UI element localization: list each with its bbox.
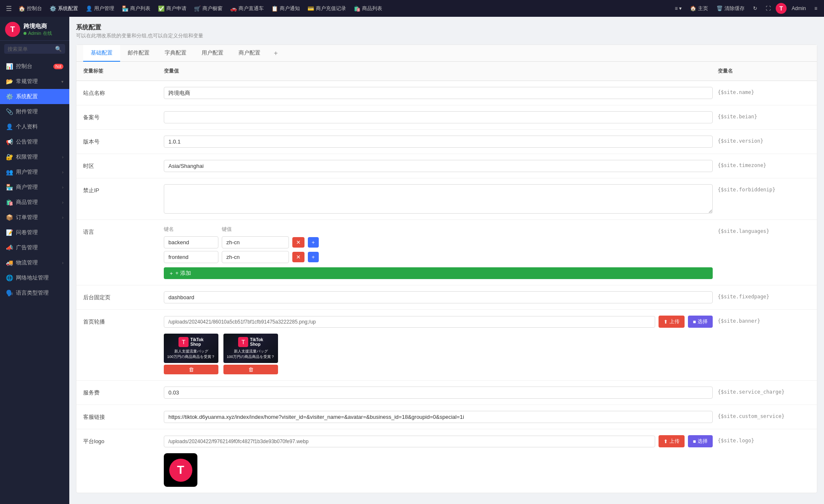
service-charge-input[interactable] <box>164 386 713 399</box>
upload-icon: ⬆ <box>664 319 668 325</box>
timezone-input[interactable] <box>164 160 713 172</box>
tab-basic[interactable]: 基础配置 <box>83 45 120 62</box>
banner-delete-1-button[interactable]: 🗑 <box>164 365 218 374</box>
topnav-item-shop[interactable]: 🛒 商户橱窗 <box>191 3 226 14</box>
hot-badge: hot <box>53 64 63 69</box>
sidebar-item-language[interactable]: 🗣️ 语言类型管理 <box>0 285 69 300</box>
tab-add-button[interactable]: + <box>268 45 283 61</box>
ads-icon: 📣 <box>6 244 13 251</box>
fixedpage-input[interactable] <box>164 291 713 303</box>
chevron-right-icon: › <box>62 155 63 159</box>
sidebar-item-attachments[interactable]: 📎 附件管理 <box>0 104 69 119</box>
banner-delete-2-button[interactable]: 🗑 <box>223 365 278 374</box>
lang-delete-backend-button[interactable]: ✕ <box>292 237 304 248</box>
banner-image-1: T TikTokShop 新人支援流量バッグ100万円の商品商品を受賞？ 🗑 <box>164 334 218 374</box>
search-input[interactable] <box>8 46 52 52</box>
sidebar-item-general[interactable]: 📂 常规管理 ▾ <box>0 74 69 89</box>
topnav-item-merchants[interactable]: 🏪 商户列表 <box>118 3 154 14</box>
tab-merchant[interactable]: 商户配置 <box>231 45 268 62</box>
sidebar-item-label: 常规管理 <box>16 78 58 85</box>
select-icon: ■ <box>693 439 696 444</box>
admin-avatar[interactable]: T <box>776 3 787 14</box>
banner-image-2: T TikTokShop 新人支援流量バッグ100万円の商品商品を受賞？ 🗑 <box>223 334 278 374</box>
network-icon: 🌐 <box>6 274 13 281</box>
tab-user[interactable]: 用户配置 <box>194 45 231 62</box>
lang-add-new-button[interactable]: + + 添加 <box>164 267 713 279</box>
sidebar-username: Admin <box>28 31 41 36</box>
sidebar-item-users[interactable]: 👥 用户管理 › <box>0 165 69 180</box>
topnav-item-direct[interactable]: 🚗 商户直通车 <box>227 3 267 14</box>
row-label-site-name: 站点名称 <box>83 87 159 97</box>
custom-service-input[interactable] <box>164 411 713 423</box>
sidebar-item-logistics[interactable]: 🚚 物流管理 › <box>0 255 69 270</box>
lang-add-frontend-button[interactable]: + <box>308 252 319 262</box>
logo-select-button[interactable]: ■ 选择 <box>688 435 713 447</box>
lang-val-frontend[interactable] <box>222 251 289 263</box>
topnav-clear-cache-button[interactable]: 🗑️ 清除缓存 <box>713 3 748 14</box>
logo-upload-button[interactable]: ⬆ 上传 <box>659 435 685 447</box>
lang-key-frontend[interactable] <box>164 251 218 263</box>
row-varname-forbidip: {$site.forbiddenip} <box>718 184 810 193</box>
language-icon: 🗣️ <box>6 290 13 296</box>
search-button[interactable]: 🔍 <box>55 46 62 52</box>
sidebar-item-merchant-mgmt[interactable]: 🏪 商户管理 › <box>0 180 69 195</box>
row-label-timezone: 时区 <box>83 160 159 170</box>
banner-upload-button[interactable]: ⬆ 上传 <box>659 316 685 328</box>
topnav-item-dashboard[interactable]: 🏠 控制台 <box>15 3 45 14</box>
topnav-item-apply[interactable]: ✅ 商户申请 <box>155 3 190 14</box>
announcement-icon: 📢 <box>6 138 13 145</box>
topnav-refresh-button[interactable]: ↻ <box>750 4 761 13</box>
sidebar-item-product-mgmt[interactable]: 🛍️ 商品管理 › <box>0 195 69 210</box>
row-varname-language: {$site.languages} <box>718 226 810 234</box>
sidebar-search-box[interactable]: 🔍 <box>4 44 65 54</box>
topnav-item-users[interactable]: 👤 用户管理 <box>82 3 118 14</box>
sidebar-item-network[interactable]: 🌐 网络地址管理 <box>0 270 69 285</box>
sidebar-item-survey[interactable]: 📝 问卷管理 <box>0 225 69 240</box>
forbidip-textarea[interactable] <box>164 184 713 214</box>
site-name-input[interactable] <box>164 87 713 99</box>
sidebar-logo-icon: T <box>5 22 20 37</box>
tab-email[interactable]: 邮件配置 <box>120 45 157 62</box>
row-label-custom-service: 客服链接 <box>83 411 159 421</box>
sidebar-item-announcement[interactable]: 📢 公告管理 <box>0 134 69 149</box>
row-varname-site-name: {$site.name} <box>718 87 810 95</box>
sidebar-item-order-mgmt[interactable]: 📦 订单管理 › <box>0 210 69 225</box>
sidebar-item-sysconfig[interactable]: ⚙️ 系统配置 <box>0 89 69 104</box>
lang-val-backend[interactable] <box>222 236 289 248</box>
sidebar-item-ads[interactable]: 📣 广告管理 <box>0 240 69 255</box>
beian-input[interactable] <box>164 111 713 123</box>
banner-img-display-2: T TikTokShop 新人支援流量バッグ100万円の商品商品を受賞？ <box>223 334 278 363</box>
row-varname-fixedpage: {$site.fixedpage} <box>718 291 810 300</box>
topnav-home-link[interactable]: 🏠 主页 <box>687 3 711 14</box>
sidebar-logo: T 跨境电商 Admin 在线 <box>0 17 69 41</box>
lang-add-backend-button[interactable]: + <box>308 237 319 248</box>
table-row: 时区 {$site.timezone} <box>76 154 817 178</box>
tiktok-mini-logo-2: T <box>238 337 248 347</box>
banner-select-button[interactable]: ■ 选择 <box>688 316 713 328</box>
topnav-admin-menu[interactable]: ≡ <box>811 4 821 13</box>
lang-delete-frontend-button[interactable]: ✕ <box>292 252 304 262</box>
topnav-admin-label[interactable]: Admin <box>788 4 809 13</box>
hamburger-menu[interactable]: ☰ <box>3 3 14 14</box>
topnav-item-goods[interactable]: 🛍️ 商品列表 <box>350 3 386 14</box>
topnav-item-recharge[interactable]: 💳 商户充值记录 <box>304 3 349 14</box>
chevron-right-icon: › <box>62 261 63 265</box>
lang-key-backend[interactable] <box>164 236 218 248</box>
chevron-right-icon: › <box>62 185 63 190</box>
users-icon: 👥 <box>6 169 13 175</box>
topnav-item-sysconfig[interactable]: ⚙️ 系统配置 <box>46 3 81 14</box>
tab-dict[interactable]: 字典配置 <box>157 45 194 62</box>
sidebar-item-label: 语言类型管理 <box>16 289 63 297</box>
sidebar-item-label: 个人资料 <box>16 123 63 131</box>
topnav-more-button[interactable]: ≡ ▾ <box>672 4 685 13</box>
chevron-right-icon: › <box>62 200 63 205</box>
sidebar-item-profile[interactable]: 👤 个人资料 <box>0 119 69 134</box>
version-input[interactable] <box>164 136 713 148</box>
topnav-item-notify[interactable]: 📋 商户通知 <box>268 3 303 14</box>
merchants-icon: 🏪 <box>122 5 129 12</box>
profile-icon: 👤 <box>6 123 13 130</box>
merchant-icon: 🏪 <box>6 184 13 191</box>
topnav-fullscreen-button[interactable]: ⛶ <box>762 4 774 13</box>
sidebar-item-dashboard[interactable]: 📊 控制台 hot <box>0 59 69 74</box>
sidebar-item-permissions[interactable]: 🔐 权限管理 › <box>0 149 69 165</box>
